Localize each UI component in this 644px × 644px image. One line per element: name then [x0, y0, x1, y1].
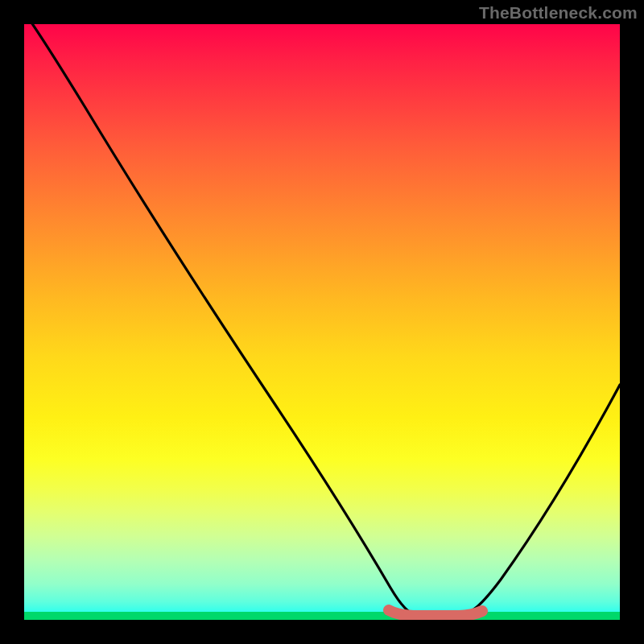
optimal-range-highlight	[389, 610, 482, 616]
watermark-text: TheBottleneck.com	[479, 3, 638, 23]
bottleneck-curve	[24, 24, 620, 616]
plot-area	[24, 24, 620, 620]
curve-svg	[24, 24, 620, 620]
chart-frame: TheBottleneck.com	[0, 0, 644, 644]
